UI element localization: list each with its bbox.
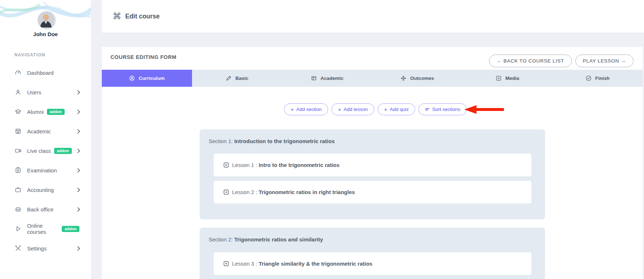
button-label: Add section xyxy=(296,107,322,112)
card-header-buttons: ← BACK TO COURSE LIST PLAY LESSON → xyxy=(489,55,634,67)
sidebar-item-academic[interactable]: Academic xyxy=(0,121,91,141)
section-title: Trigonometric ratios and similarity xyxy=(234,236,323,242)
sidebar-item-online-courses[interactable]: Online courses addon xyxy=(0,219,91,239)
lesson-prefix: Lesson 3 : xyxy=(232,261,257,267)
building-icon xyxy=(14,128,22,135)
sidebar-item-alumni[interactable]: Alumni addon xyxy=(0,102,91,121)
page-title: Edit course xyxy=(125,13,160,20)
video-camera-icon xyxy=(14,147,22,154)
sidebar-item-back-office[interactable]: Back office xyxy=(0,199,91,219)
section-header: Section 1: Introduction to the trigonome… xyxy=(200,129,545,144)
add-quiz-button[interactable]: + Add quiz xyxy=(378,103,415,115)
chevron-right-icon xyxy=(75,207,80,212)
chevron-right-icon xyxy=(75,246,80,251)
media-play-icon xyxy=(496,75,502,81)
sidebar-item-label: Examination xyxy=(27,167,57,173)
section-title: Introduction to the trigonometric ratios xyxy=(234,138,335,144)
addon-badge: addon xyxy=(54,148,72,154)
avatar[interactable] xyxy=(37,11,56,30)
add-lesson-button[interactable]: + Add lesson xyxy=(331,103,374,115)
course-form-tabs: Curriculum Basic Academic Outcomes Media xyxy=(102,70,643,87)
tab-media[interactable]: Media xyxy=(462,70,553,87)
course-editing-card: COURSE EDITING FORM ← BACK TO COURSE LIS… xyxy=(102,47,643,279)
sidebar-item-label: Live class xyxy=(27,148,51,154)
addon-badge: addon xyxy=(47,109,65,115)
sidebar-item-label: Academic xyxy=(27,128,51,134)
button-label: Add lesson xyxy=(344,107,368,112)
sidebar-item-live-class[interactable]: Live class addon xyxy=(0,141,91,160)
plus-icon: + xyxy=(338,107,341,112)
tab-label: Basic xyxy=(235,76,248,81)
check-circle-icon xyxy=(586,75,592,81)
tab-academic[interactable]: Academic xyxy=(282,70,372,87)
tab-basic[interactable]: Basic xyxy=(192,70,282,87)
user-circle-icon xyxy=(129,75,135,81)
tab-curriculum[interactable]: Curriculum xyxy=(102,70,192,87)
button-label: Add quiz xyxy=(390,107,409,112)
sidebar-item-examination[interactable]: Examination xyxy=(0,160,91,180)
sidebar-item-settings[interactable]: Settings xyxy=(0,239,91,258)
tools-icon xyxy=(14,245,22,252)
sidebar: John Doe NAVIGATION Dashboard Users Alum… xyxy=(0,0,91,279)
tab-outcomes[interactable]: Outcomes xyxy=(372,70,462,87)
card-title: COURSE EDITING FORM xyxy=(110,54,177,60)
annotation-arrow-left-icon xyxy=(464,105,504,114)
plus-icon: + xyxy=(291,107,294,112)
sidebar-item-label: Dashboard xyxy=(27,70,53,76)
video-lesson-icon xyxy=(223,162,229,168)
chevron-right-icon xyxy=(75,168,80,173)
video-lesson-icon xyxy=(223,261,229,267)
plus-icon: + xyxy=(384,107,387,112)
sidebar-item-dashboard[interactable]: Dashboard xyxy=(0,63,91,82)
sidebar-item-label: Alumni xyxy=(27,109,44,115)
lesson-prefix: Lesson 2 : xyxy=(232,189,257,195)
tab-label: Outcomes xyxy=(410,76,434,81)
graduation-cap-icon xyxy=(14,108,22,115)
navigation-heading: NAVIGATION xyxy=(14,52,45,57)
chevron-right-icon xyxy=(75,110,80,114)
section-prefix: Section 1: xyxy=(209,138,233,144)
add-section-button[interactable]: + Add section xyxy=(284,103,328,115)
tab-label: Finish xyxy=(595,76,610,81)
section-panel-2: Section 2: Trigonometric ratios and simi… xyxy=(200,228,545,279)
page-header: ⌘ Edit course xyxy=(102,0,644,33)
tab-finish[interactable]: Finish xyxy=(552,70,643,87)
lesson-title: Triangle similarity & the trigonometric … xyxy=(258,261,372,267)
lesson-title: Trigonometric ratios in right triangles xyxy=(258,189,355,195)
gauge-icon xyxy=(14,69,22,76)
tray-icon xyxy=(14,206,22,213)
back-to-course-list-button[interactable]: ← BACK TO COURSE LIST xyxy=(489,55,572,67)
section-header: Section 2: Trigonometric ratios and simi… xyxy=(200,228,545,242)
clipboard-icon xyxy=(14,167,22,174)
button-label: Sort sections xyxy=(432,107,460,112)
lesson-row[interactable]: Lesson 3 : Triangle similarity & the tri… xyxy=(214,252,531,275)
play-icon xyxy=(14,225,22,232)
user-icon xyxy=(14,89,22,96)
sidebar-item-accounting[interactable]: Accounting xyxy=(0,180,91,199)
table-card-icon xyxy=(311,75,317,81)
sidebar-item-label: Users xyxy=(27,89,41,95)
command-icon: ⌘ xyxy=(113,12,121,21)
user-name: John Doe xyxy=(0,31,91,37)
section-panel-1: Section 1: Introduction to the trigonome… xyxy=(200,129,545,219)
video-lesson-icon xyxy=(223,189,229,195)
tab-label: Curriculum xyxy=(139,76,165,81)
section-prefix: Section 2: xyxy=(209,236,233,242)
sidebar-item-label: Settings xyxy=(27,245,47,252)
sort-sections-button[interactable]: Sort sections xyxy=(418,103,467,115)
lesson-row[interactable]: Lesson 1 : Intro to the trigonometric ra… xyxy=(214,154,531,176)
curriculum-actions: + Add section + Add lesson + Add quiz So… xyxy=(284,103,467,115)
addon-badge: addon xyxy=(62,226,79,232)
sidebar-item-label: Accounting xyxy=(27,187,54,193)
tab-label: Academic xyxy=(321,76,344,81)
sidebar-item-users[interactable]: Users xyxy=(0,82,91,102)
chevron-right-icon xyxy=(75,90,80,95)
briefcase-icon xyxy=(14,186,22,193)
lesson-row[interactable]: Lesson 2 : Trigonometric ratios in right… xyxy=(214,181,531,203)
pen-icon xyxy=(226,75,232,81)
play-lesson-button[interactable]: PLAY LESSON → xyxy=(575,55,634,67)
sidebar-item-label: Online courses xyxy=(27,223,58,235)
sort-icon xyxy=(425,107,430,112)
lesson-title: Intro to the trigonometric ratios xyxy=(258,162,339,168)
sidebar-item-label: Back office xyxy=(27,206,53,213)
